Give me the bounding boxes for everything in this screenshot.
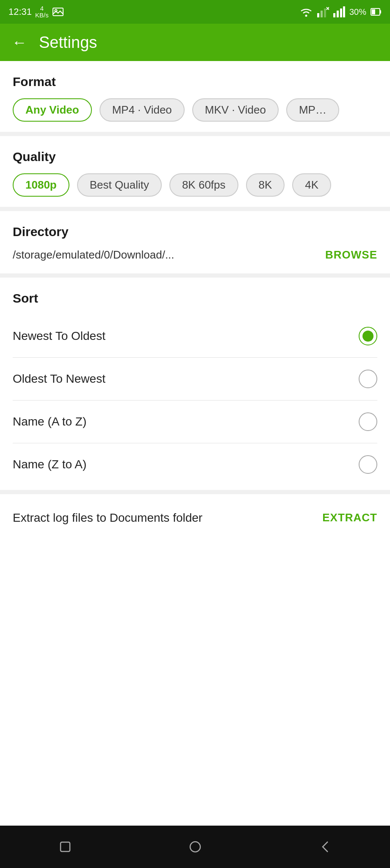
directory-row: /storage/emulated/0/Download/... BROWSE bbox=[13, 248, 377, 262]
quality-chip-4k[interactable]: 4K bbox=[292, 173, 331, 197]
quality-label: Quality bbox=[13, 150, 377, 164]
svg-rect-11 bbox=[343, 6, 345, 17]
nav-recents-button[interactable] bbox=[58, 839, 73, 854]
divider-quality-directory bbox=[0, 207, 390, 211]
extract-button[interactable]: EXTRACT bbox=[322, 511, 377, 524]
toolbar: ← Settings bbox=[0, 24, 390, 61]
status-time: 12:31 bbox=[8, 6, 32, 17]
format-chip-row: Any Video MP4 · Video MKV · Video MP… bbox=[13, 98, 377, 122]
divider-format-quality bbox=[0, 132, 390, 136]
svg-point-16 bbox=[190, 842, 200, 852]
sort-item-name-za[interactable]: Name (Z to A) bbox=[13, 443, 377, 486]
svg-rect-8 bbox=[333, 13, 335, 17]
settings-content: Format Any Video MP4 · Video MKV · Video… bbox=[0, 61, 390, 541]
extract-section: Extract log files to Documents folder EX… bbox=[0, 494, 390, 541]
format-chip-any-video[interactable]: Any Video bbox=[13, 98, 92, 122]
format-chip-mp[interactable]: MP… bbox=[286, 98, 339, 122]
signal-icon bbox=[317, 6, 329, 17]
sort-item-name-az[interactable]: Name (A to Z) bbox=[13, 401, 377, 443]
svg-point-2 bbox=[305, 15, 307, 17]
format-section: Format Any Video MP4 · Video MKV · Video… bbox=[0, 61, 390, 132]
directory-label: Directory bbox=[13, 225, 377, 239]
browse-button[interactable]: BROWSE bbox=[325, 248, 377, 262]
svg-rect-15 bbox=[61, 842, 70, 851]
sort-section: Sort Newest To Oldest Oldest To Newest N… bbox=[0, 278, 390, 490]
format-chip-mp4[interactable]: MP4 · Video bbox=[100, 98, 185, 122]
radio-inner-newest-oldest bbox=[362, 331, 373, 342]
back-button[interactable]: ← bbox=[12, 33, 27, 51]
svg-rect-13 bbox=[372, 9, 375, 14]
nav-home-button[interactable] bbox=[188, 839, 203, 854]
svg-rect-14 bbox=[380, 10, 381, 14]
sort-name-za-label: Name (Z to A) bbox=[13, 458, 86, 471]
wifi-icon bbox=[299, 6, 313, 17]
format-chip-mkv[interactable]: MKV · Video bbox=[192, 98, 279, 122]
divider-sort-extract bbox=[0, 490, 390, 494]
battery-icon bbox=[371, 7, 382, 17]
svg-rect-4 bbox=[321, 11, 323, 17]
svg-rect-3 bbox=[317, 13, 319, 17]
sort-radio-name-az[interactable] bbox=[359, 412, 377, 431]
sort-radio-newest-oldest[interactable] bbox=[359, 327, 377, 345]
sort-name-az-label: Name (A to Z) bbox=[13, 415, 86, 428]
image-icon bbox=[52, 6, 64, 18]
divider-directory-sort bbox=[0, 273, 390, 278]
svg-rect-9 bbox=[337, 11, 339, 17]
quality-section: Quality 1080p Best Quality 8K 60fps 8K 4… bbox=[0, 136, 390, 207]
sort-oldest-newest-label: Oldest To Newest bbox=[13, 372, 105, 386]
sort-radio-name-za[interactable] bbox=[359, 455, 377, 474]
svg-rect-10 bbox=[340, 8, 342, 17]
quality-chip-8k60[interactable]: 8K 60fps bbox=[169, 173, 238, 197]
directory-section: Directory /storage/emulated/0/Download/.… bbox=[0, 211, 390, 273]
nav-back-button[interactable] bbox=[318, 839, 333, 854]
sort-radio-oldest-newest[interactable] bbox=[359, 370, 377, 388]
sort-item-newest-oldest[interactable]: Newest To Oldest bbox=[13, 315, 377, 358]
format-label: Format bbox=[13, 75, 377, 89]
extract-text: Extract log files to Documents folder bbox=[13, 509, 202, 526]
directory-path: /storage/emulated/0/Download/... bbox=[13, 248, 174, 262]
quality-chip-best[interactable]: Best Quality bbox=[77, 173, 162, 197]
status-right: 30% bbox=[299, 6, 382, 17]
quality-chip-1080p[interactable]: 1080p bbox=[13, 173, 69, 197]
page-title: Settings bbox=[39, 33, 97, 52]
bottom-navigation bbox=[0, 826, 390, 868]
svg-rect-5 bbox=[324, 8, 326, 17]
status-bar: 12:31 4KB/s 30 bbox=[0, 0, 390, 24]
signal2-icon bbox=[333, 6, 345, 17]
sort-newest-oldest-label: Newest To Oldest bbox=[13, 329, 105, 343]
battery-percent: 30% bbox=[349, 7, 366, 17]
sort-item-oldest-newest[interactable]: Oldest To Newest bbox=[13, 358, 377, 401]
status-data-speed: 4KB/s bbox=[35, 5, 49, 19]
sort-label: Sort bbox=[13, 291, 377, 306]
quality-chip-row: 1080p Best Quality 8K 60fps 8K 4K bbox=[13, 173, 377, 197]
quality-chip-8k[interactable]: 8K bbox=[246, 173, 285, 197]
